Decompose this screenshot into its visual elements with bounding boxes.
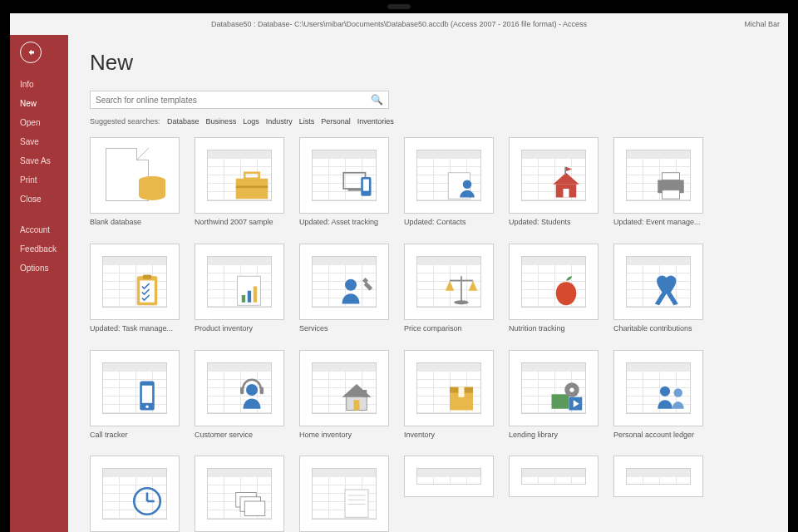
signed-in-user[interactable]: Michal Bar: [744, 20, 780, 28]
template-label: Services: [299, 324, 389, 333]
template-label: Home inventory: [299, 431, 389, 440]
arrow-left-icon: [26, 47, 36, 57]
template-box[interactable]: Inventory: [404, 350, 494, 440]
backstage-sidebar: InfoNewOpenSaveSave AsPrintClose Account…: [10, 35, 68, 532]
sidebar-item-feedback[interactable]: Feedback: [10, 239, 68, 259]
people-icon: [648, 372, 694, 419]
template-partial[interactable]: [613, 456, 703, 532]
suggested-tag-logs[interactable]: Logs: [243, 117, 259, 126]
template-apple[interactable]: Nutrition tracking: [509, 244, 598, 333]
ribbon-icon: [648, 266, 694, 313]
template-label: Updated: Task manage...: [90, 324, 180, 333]
suggested-tag-industry[interactable]: Industry: [266, 117, 293, 126]
house-icon: [333, 372, 380, 419]
window-title: Database50 : Database- C:\Users\mibar\Do…: [211, 20, 587, 28]
template-partial[interactable]: [404, 456, 494, 532]
template-label: Charitable contributions: [613, 324, 703, 333]
template-clock[interactable]: Time card: [90, 456, 180, 532]
template-house[interactable]: Home inventory: [299, 350, 389, 440]
suggested-tag-business[interactable]: Business: [206, 117, 237, 126]
title-bar: Database50 : Database- C:\Users\mibar\Do…: [10, 13, 788, 35]
template-search-box[interactable]: 🔍: [90, 91, 389, 109]
template-label: Lending library: [509, 431, 598, 440]
billing-icon: [333, 478, 380, 525]
template-blank[interactable]: Blank database: [90, 137, 180, 227]
template-chart[interactable]: Product inventory: [195, 244, 284, 333]
template-media[interactable]: Lending library: [509, 350, 598, 440]
suggested-label: Suggested searches:: [90, 117, 160, 126]
template-ribbon[interactable]: Charitable contributions: [613, 244, 703, 333]
template-briefcase[interactable]: Northwind 2007 sample: [195, 137, 284, 227]
template-contact[interactable]: Updated: Contacts: [404, 137, 494, 227]
template-label: Nutrition tracking: [509, 324, 598, 333]
briefcase-icon: [229, 160, 275, 206]
template-label: Product inventory: [195, 324, 284, 333]
template-label: Updated: Students: [509, 218, 598, 227]
template-headset[interactable]: Customer service: [195, 350, 284, 440]
template-label: Blank database: [90, 218, 180, 227]
template-label: Updated: Contacts: [404, 218, 494, 227]
template-label: Inventory: [404, 431, 494, 440]
template-partial[interactable]: [509, 456, 598, 532]
template-people[interactable]: Personal account ledger: [613, 350, 703, 440]
devices-icon: [333, 160, 380, 206]
template-scales[interactable]: Price comparison: [404, 244, 494, 333]
cards-icon: [229, 478, 275, 525]
suggested-tag-inventories[interactable]: Inventories: [357, 117, 394, 126]
camera-notch: [387, 4, 411, 9]
template-label: Call tracker: [90, 431, 180, 440]
phone-icon: [124, 372, 170, 419]
template-label: Customer service: [195, 431, 284, 440]
template-label: Updated: Event manage...: [613, 218, 703, 227]
page-title: New: [90, 50, 771, 76]
suggested-searches: Suggested searches: DatabaseBusinessLogs…: [90, 117, 771, 126]
template-label: Updated: Asset tracking: [299, 218, 389, 227]
template-cards[interactable]: Personal contact manager: [195, 456, 284, 532]
template-devices[interactable]: Updated: Asset tracking: [299, 137, 389, 227]
box-icon: [438, 372, 485, 419]
device-frame: Database50 : Database- C:\Users\mibar\Do…: [0, 0, 798, 532]
template-label: Price comparison: [404, 324, 494, 333]
template-grid: Blank databaseNorthwind 2007 sampleUpdat…: [90, 137, 771, 532]
template-label: Northwind 2007 sample: [195, 218, 284, 227]
contact-icon: [438, 160, 485, 206]
main-panel: New 🔍 Suggested searches: DatabaseBusine…: [68, 35, 788, 532]
sidebar-item-open[interactable]: Open: [10, 113, 68, 132]
sidebar-item-print[interactable]: Print: [10, 170, 68, 190]
clipboard-icon: [124, 266, 170, 313]
headset-icon: [229, 372, 275, 419]
chart-icon: [229, 266, 275, 313]
suggested-tag-database[interactable]: Database: [167, 117, 200, 126]
template-wrench-person[interactable]: Services: [299, 244, 389, 333]
sidebar-item-options[interactable]: Options: [10, 259, 68, 278]
suggested-tag-personal[interactable]: Personal: [321, 117, 351, 126]
template-label: Personal account ledger: [613, 431, 703, 440]
template-clipboard[interactable]: Updated: Task manage...: [90, 244, 180, 333]
template-billing[interactable]: Time and billing: [299, 456, 389, 532]
scales-icon: [438, 266, 485, 313]
sidebar-item-close[interactable]: Close: [10, 190, 68, 209]
clock-icon: [124, 478, 170, 525]
sidebar-item-account[interactable]: Account: [10, 220, 68, 239]
template-phone[interactable]: Call tracker: [90, 350, 180, 440]
template-school[interactable]: Updated: Students: [509, 137, 598, 227]
wrench-person-icon: [333, 266, 380, 313]
template-printer[interactable]: Updated: Event manage...: [613, 137, 703, 227]
search-icon[interactable]: 🔍: [371, 94, 383, 106]
apple-icon: [543, 266, 589, 313]
media-icon: [543, 372, 589, 419]
suggested-tag-lists[interactable]: Lists: [299, 117, 315, 126]
sidebar-item-save-as[interactable]: Save As: [10, 151, 68, 170]
school-icon: [543, 160, 589, 206]
printer-icon: [648, 160, 694, 206]
back-button[interactable]: [20, 42, 42, 63]
app-window: Database50 : Database- C:\Users\mibar\Do…: [10, 13, 788, 532]
sidebar-item-info[interactable]: Info: [10, 75, 68, 94]
sidebar-item-new[interactable]: New: [10, 94, 68, 113]
template-search-input[interactable]: [96, 96, 371, 105]
sidebar-item-save[interactable]: Save: [10, 132, 68, 151]
